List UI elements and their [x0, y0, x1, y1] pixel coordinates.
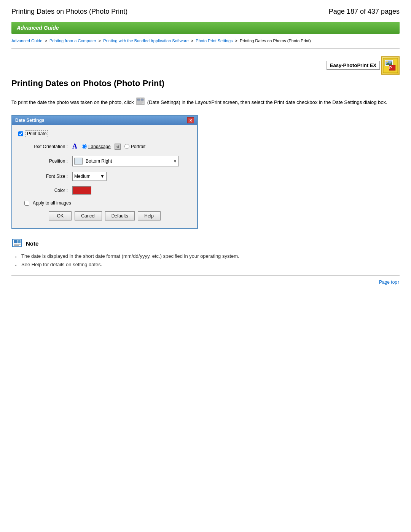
- breadcrumb-link-photo-print-settings[interactable]: Photo Print Settings: [196, 38, 233, 43]
- portrait-label: Portrait: [131, 144, 146, 149]
- color-label: Color :: [18, 188, 68, 193]
- main-heading: Printing Dates on Photos (Photo Print): [11, 78, 400, 91]
- apply-all-checkbox[interactable]: [24, 201, 29, 206]
- date-settings-icon: [136, 97, 145, 108]
- portrait-radio[interactable]: [124, 144, 129, 149]
- intro-part1: To print the date the photo was taken on…: [11, 99, 134, 105]
- breadcrumb-link-bundled-software[interactable]: Printing with the Bundled Application So…: [103, 38, 188, 43]
- help-button[interactable]: Help: [138, 211, 161, 220]
- font-size-label: Font Size :: [18, 174, 68, 179]
- position-dropdown-arrow: ▼: [173, 159, 177, 163]
- date-settings-dialog: Date Settings ✕ Print date Text Orientat…: [11, 115, 198, 229]
- breadcrumb-current: Printing Dates on Photos (Photo Print): [240, 38, 311, 43]
- app-logo-icon: P: [381, 56, 400, 75]
- position-row: Position : Bottom Right ▼: [18, 156, 191, 166]
- font-size-select[interactable]: Medium ▼: [72, 172, 107, 181]
- position-select-container: Bottom Right ▼: [72, 156, 179, 166]
- banner-label: Advanced Guide: [17, 25, 59, 31]
- defaults-button[interactable]: Defaults: [105, 211, 135, 220]
- app-logo-label: Easy-PhotoPrint EX: [330, 62, 376, 68]
- app-logo-area: Easy-PhotoPrint EX P: [11, 56, 400, 75]
- position-value: Bottom Right: [86, 158, 173, 164]
- text-orientation-label: Text Orientation :: [18, 144, 68, 149]
- page-number: Page 187 of 437 pages: [329, 8, 400, 16]
- ok-button[interactable]: OK: [49, 211, 72, 220]
- svg-rect-17: [14, 245, 19, 246]
- note-header: Note: [11, 238, 400, 249]
- print-date-checkbox[interactable]: [18, 131, 23, 136]
- landscape-icon: A: [72, 142, 77, 150]
- font-size-arrow: ▼: [100, 174, 105, 179]
- dialog-close-button[interactable]: ✕: [187, 117, 194, 123]
- position-preview-icon: [74, 158, 83, 165]
- color-row: Color :: [18, 186, 191, 195]
- apply-all-row: Apply to all images: [24, 200, 191, 206]
- svg-rect-16: [14, 244, 21, 245]
- svg-point-4: [386, 61, 388, 62]
- note-item-1: The date is displayed in the short date …: [15, 252, 400, 260]
- font-size-row: Font Size : Medium ▼: [18, 172, 191, 181]
- app-logo-box: Easy-PhotoPrint EX: [327, 61, 380, 70]
- font-size-value: Medium: [74, 174, 100, 179]
- breadcrumb: Advanced Guide > Printing from a Compute…: [11, 38, 400, 45]
- intro-part2: (Date Settings) in the Layout/Print scre…: [147, 99, 387, 105]
- dialog-content: Print date Text Orientation : A Landscap…: [12, 125, 197, 228]
- print-date-label: Print date: [25, 130, 48, 137]
- svg-text:P: P: [389, 66, 392, 70]
- text-orientation-radio-group: A Landscape ◁ Portrait: [72, 142, 145, 150]
- color-swatch[interactable]: [72, 186, 91, 195]
- landscape-arrow-icon: ◁: [115, 144, 121, 150]
- page-header: Printing Dates on Photos (Photo Print) P…: [11, 8, 400, 16]
- position-select[interactable]: Bottom Right ▼: [72, 156, 179, 166]
- position-label: Position :: [18, 158, 68, 164]
- apply-all-label: Apply to all images: [32, 200, 72, 206]
- text-orientation-row: Text Orientation : A Landscape ◁ Portrai…: [18, 142, 191, 150]
- advanced-guide-banner: Advanced Guide: [11, 22, 400, 34]
- page-title-top: Printing Dates on Photos (Photo Print): [11, 8, 127, 16]
- landscape-radio[interactable]: [82, 144, 87, 149]
- dialog-title: Date Settings: [15, 118, 45, 123]
- top-divider: [11, 48, 400, 49]
- landscape-radio-item: Landscape: [82, 144, 111, 149]
- svg-rect-9: [141, 99, 143, 101]
- note-list: The date is displayed in the short date …: [11, 252, 400, 269]
- note-icon: [11, 238, 23, 249]
- portrait-radio-item: Portrait: [124, 144, 146, 149]
- intro-text: To print the date the photo was taken on…: [11, 97, 400, 108]
- dialog-titlebar: Date Settings ✕: [12, 116, 197, 125]
- breadcrumb-link-printing-from-computer[interactable]: Printing from a Computer: [49, 38, 96, 43]
- note-section: Note The date is displayed in the short …: [11, 238, 400, 269]
- page-top-area: Page top↑: [11, 280, 400, 285]
- page-top-link[interactable]: Page top↑: [379, 280, 400, 285]
- bottom-divider: [11, 275, 400, 276]
- svg-rect-8: [137, 99, 140, 101]
- print-date-row: Print date: [18, 130, 191, 137]
- cancel-button[interactable]: Cancel: [75, 211, 102, 220]
- breadcrumb-link-advanced-guide[interactable]: Advanced Guide: [11, 38, 42, 43]
- svg-rect-15: [14, 240, 18, 243]
- note-label: Note: [26, 240, 38, 247]
- svg-rect-18: [18, 240, 21, 243]
- note-item-2: See Help for details on setting dates.: [15, 260, 400, 269]
- landscape-label: Landscape: [88, 144, 111, 149]
- dialog-buttons: OK Cancel Defaults Help: [18, 211, 191, 223]
